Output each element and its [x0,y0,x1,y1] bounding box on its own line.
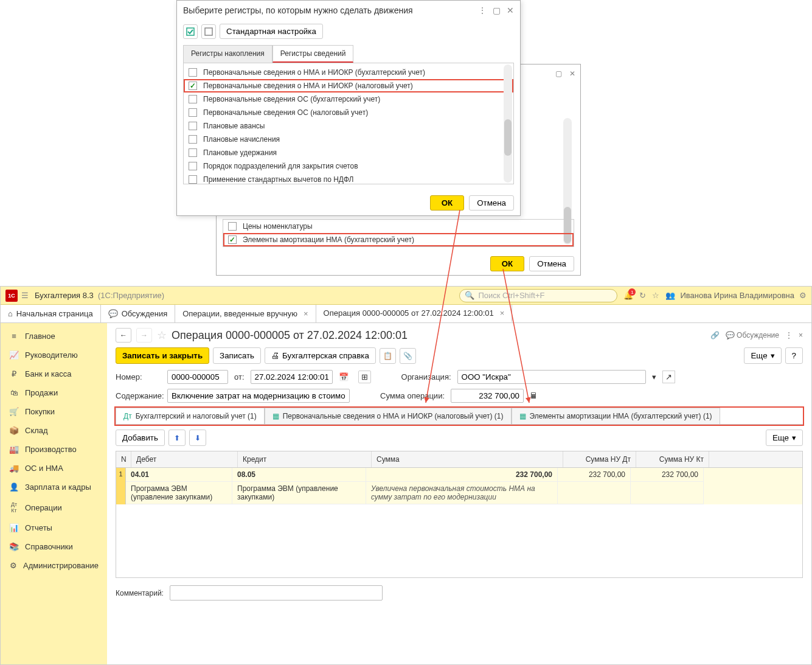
col-nudt[interactable]: Сумма НУ Дт [563,451,636,467]
more-icon[interactable]: ⋮ [478,5,487,15]
checkbox-icon[interactable] [228,222,237,231]
register-item[interactable]: Плановые авансы [184,119,513,133]
discussion-link[interactable]: 💬 Обсуждение [726,331,779,339]
forward-button[interactable]: → [136,328,152,343]
sidebar-item-purchases[interactable]: 🛒Покупки [1,402,107,421]
print-button[interactable]: 🖨Бухгалтерская справка [265,347,376,364]
add-button[interactable]: Добавить [116,430,165,446]
uncheck-all-button[interactable] [201,24,216,39]
more-icon[interactable]: ⋮ [785,331,793,339]
settings-icon[interactable]: ⚙ [799,291,807,300]
register-item[interactable]: Порядок подразделений для закрытия счето… [184,159,513,173]
save-close-button[interactable]: Записать и закрыть [116,347,209,364]
tab-accumulation[interactable]: Регистры накопления [183,45,272,63]
tab-nma-tax[interactable]: ▦Первоначальные сведения о НМА и НИОКР (… [265,408,512,424]
comment-field[interactable] [170,585,383,601]
checkbox-icon[interactable] [189,82,197,90]
sidebar-item-reports[interactable]: 📊Отчеты [1,518,107,537]
close-icon[interactable]: ✕ [507,5,514,15]
sidebar-item-payroll[interactable]: 👤Зарплата и кадры [1,478,107,496]
close-icon[interactable]: ✕ [569,69,575,78]
tab-information[interactable]: Регистры сведений [272,45,354,63]
register-item[interactable]: Применение стандартных вычетов по НДФЛ [184,173,513,184]
calendar-icon[interactable]: 📅 [339,372,349,381]
checkbox-icon[interactable] [189,175,197,184]
col-n[interactable]: N [116,451,131,467]
checkbox-icon[interactable] [189,148,197,157]
table-row[interactable]: Программа ЭВМ (управление закупками) Про… [126,482,802,504]
date-field[interactable] [251,370,333,384]
cancel-button[interactable]: Отмена [469,195,514,211]
tab-discussions[interactable]: 💬Обсуждения [101,305,176,322]
tab-amortization[interactable]: ▦Элементы амортизации НМА (бухгалтерский… [512,408,720,424]
content-field[interactable] [167,389,350,403]
row-note[interactable]: Увеличена первоначальная стоимость НМА н… [366,482,558,504]
history-icon[interactable]: ↻ [639,291,646,300]
row-number[interactable]: 1 [116,468,126,504]
col-sum[interactable]: Сумма [372,451,563,467]
col-debit[interactable]: Дебет [131,451,238,467]
register-item[interactable]: Первоначальные сведения о НМА и НИОКР (н… [184,79,513,92]
menu-icon[interactable]: ☰ [21,291,29,300]
save-button[interactable]: Записать [213,347,261,364]
user-icon[interactable]: 👥 [665,291,675,300]
tab-accounting[interactable]: ДтБухгалтерский и налоговый учет (1) [116,408,265,424]
more-button[interactable]: Еще ▾ [744,347,781,364]
tab-operations[interactable]: Операции, введенные вручную× [175,305,316,322]
dropdown-icon[interactable]: ▾ [652,372,656,381]
sidebar-item-production[interactable]: 🏭Производство [1,440,107,459]
number-field[interactable] [167,370,228,384]
checkbox-icon[interactable] [189,122,197,130]
link-icon[interactable]: 🔗 [710,331,720,339]
search-input[interactable]: 🔍 Поиск Ctrl+Shift+F [459,289,617,302]
close-icon[interactable]: × [799,331,803,339]
checkbox-icon[interactable] [189,95,197,103]
register-item[interactable]: Первоначальные сведения о НМА и НИОКР (б… [184,66,513,79]
ok-button[interactable]: ОК [430,195,465,211]
maximize-icon[interactable]: ▢ [555,69,562,78]
debit-subconto[interactable]: Программа ЭВМ (управление закупками) [126,482,232,504]
register-item[interactable]: Плановые удержания [184,146,513,159]
help-button[interactable]: ? [785,347,803,364]
more-button[interactable]: Еще ▾ [766,430,803,446]
star-icon[interactable]: ☆ [652,291,659,300]
sidebar-item-sales[interactable]: 🛍Продажи [1,383,107,402]
tab-home[interactable]: ⌂Начальная страница [1,305,101,322]
user-name[interactable]: Иванова Ирина Владимировна [680,291,794,300]
sidebar-item-admin[interactable]: ⚙Администрирование [1,556,107,575]
debit-account[interactable]: 04.01 [126,468,232,482]
credit-subconto[interactable]: Программа ЭВМ (управление закупками) [232,482,366,504]
standard-setup-button[interactable]: Стандартная настройка [220,24,323,39]
bell-icon[interactable]: 🔔1 [623,291,633,300]
move-up-button[interactable]: ⬆ [168,430,186,446]
check-all-button[interactable] [183,24,198,39]
sidebar-item-directories[interactable]: 📚Справочники [1,537,107,556]
back-button[interactable]: ← [116,328,131,343]
sidebar-item-manager[interactable]: 📈Руководителю [1,346,107,364]
checkbox-icon[interactable] [189,162,197,170]
register-item[interactable]: Первоначальные сведения ОС (налоговый уч… [184,106,513,119]
col-credit[interactable]: Кредит [238,451,372,467]
row-sum[interactable]: 232 700,00 [366,468,558,482]
tab-operation-doc[interactable]: Операция 0000-000005 от 27.02.2024 12:00… [316,305,513,322]
open-icon[interactable]: ↗ [662,371,675,383]
scrollbar[interactable] [504,64,512,183]
maximize-icon[interactable]: ▢ [493,5,501,15]
attach-button[interactable]: 📎 [400,348,416,364]
table-row[interactable]: 04.01 08.05 232 700,00 232 700,00 232 70… [126,468,802,482]
close-icon[interactable]: × [500,308,505,318]
close-icon[interactable]: × [304,309,308,318]
checkbox-icon[interactable] [189,68,197,77]
register-item[interactable]: Первоначальные сведения ОС (бухгалтерски… [184,92,513,106]
sidebar-item-bank[interactable]: ₽Банк и касса [1,364,107,383]
cancel-button[interactable]: Отмена [529,256,574,271]
org-field[interactable] [457,370,646,384]
checkbox-icon[interactable] [228,235,237,244]
registers-button[interactable]: 📋 [380,348,396,364]
move-down-button[interactable]: ⬇ [189,430,206,446]
sum-field[interactable] [451,389,524,403]
sidebar-item-main[interactable]: ≡Главное [1,327,107,346]
special-button[interactable]: ⊞ [358,371,371,383]
checkbox-icon[interactable] [189,135,197,144]
sidebar-item-assets[interactable]: 🚚ОС и НМА [1,459,107,478]
